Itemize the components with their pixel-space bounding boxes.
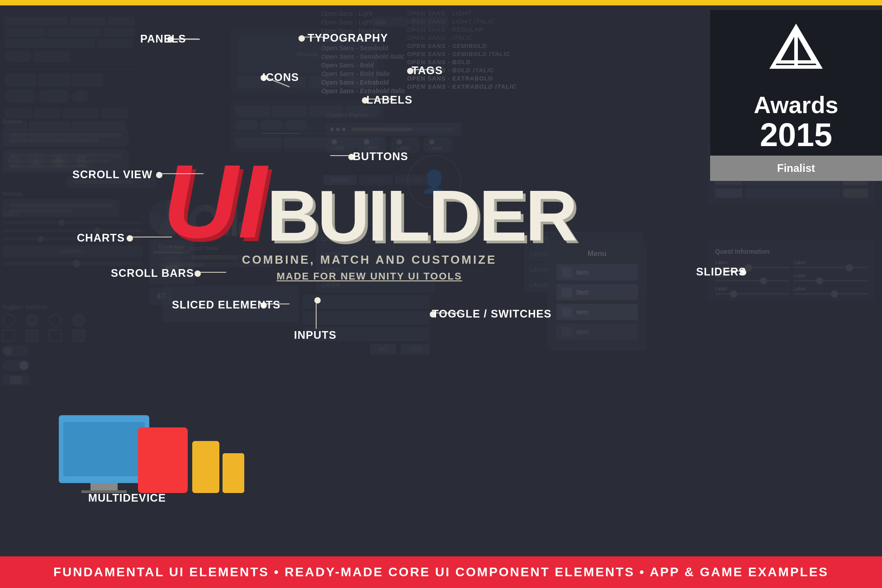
awards-year: 2015 — [710, 119, 882, 151]
main-content: Message — [0, 5, 882, 556]
tags-label: TAGS — [412, 64, 443, 77]
charts-label: CHARTS — [77, 232, 125, 244]
logo-container: UI BUILDER COMBINE, MATCH AND CUSTOMIZE … — [163, 155, 576, 282]
finalist-badge: Finalist — [710, 156, 882, 181]
multidevice-label: MULTIDEVICE — [88, 492, 166, 504]
icons-label: ICONS — [262, 71, 299, 84]
buttons-label: BUTTONS — [353, 150, 408, 163]
typography-label: TYPOGRAPHY — [308, 32, 388, 44]
labels-label: LABELS — [366, 94, 413, 106]
sliced-elements-label: SLICED ELEMENTS — [172, 299, 280, 311]
inputs-dot — [314, 297, 321, 303]
charts-dot — [127, 235, 133, 242]
scroll-view-label: SCROLL VIEW — [72, 168, 152, 181]
top-bar — [0, 0, 882, 5]
sliders-label: SLIDERS — [696, 266, 746, 278]
bottom-bar-text: FUNDAMENTAL UI ELEMENTS • READY-MADE COR… — [53, 565, 829, 579]
awards-title: Awards — [710, 91, 882, 119]
panels-label: PANELS — [140, 33, 186, 45]
logo-ui: UI — [163, 155, 267, 248]
awards-box: Awards 2015 Finalist — [710, 10, 882, 181]
toggle-switches-label: TOGGLE / SWITCHES — [432, 308, 552, 320]
scroll-bars-dot — [194, 270, 201, 277]
logo-builder: BUILDER — [267, 183, 576, 248]
scroll-bars-label: SCROLL BARS — [111, 267, 194, 280]
awards-text: Awards 2015 — [710, 91, 882, 151]
scroll-view-dot — [156, 172, 162, 178]
bottom-bar: FUNDAMENTAL UI ELEMENTS • READY-MADE COR… — [0, 556, 882, 588]
unity-logo-icon — [769, 24, 823, 78]
logo-subtitle2: MADE FOR NEW UNITY UI TOOLS — [163, 270, 576, 282]
unity-logo-area — [710, 10, 882, 91]
typography-dot — [299, 35, 305, 42]
inputs-label: INPUTS — [294, 329, 337, 341]
